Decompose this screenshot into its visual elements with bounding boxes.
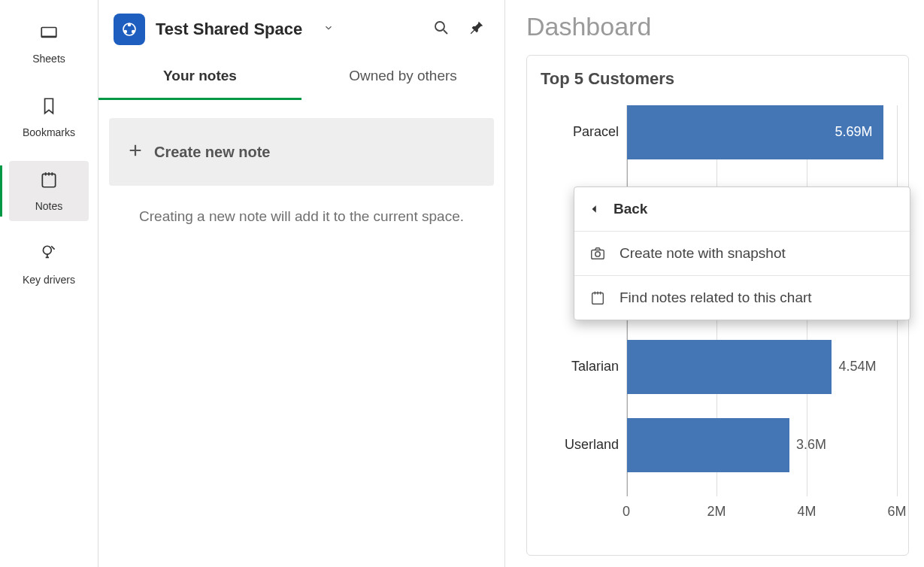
context-back-label: Back <box>613 201 647 217</box>
create-new-note-button[interactable]: Create new note <box>109 118 494 186</box>
context-find-label: Find notes related to this chart <box>620 290 812 306</box>
note-tabs: Your notes Owned by others <box>98 56 504 100</box>
notes-panel: Test Shared Space Your notes Owned by ot… <box>98 0 505 567</box>
tab-owned-by-others[interactable]: Owned by others <box>301 56 504 100</box>
nav-item-bookmarks[interactable]: Bookmarks <box>9 87 89 147</box>
bar-category-label: Paracel <box>544 124 619 140</box>
bookmark-icon <box>39 96 59 119</box>
nav-item-key-drivers[interactable]: Key drivers <box>9 235 89 295</box>
nav-rail: Sheets Bookmarks Notes Key drivers <box>0 0 98 567</box>
nav-item-sheets[interactable]: Sheets <box>9 14 89 74</box>
bar[interactable] <box>627 418 789 472</box>
space-badge-icon <box>114 14 145 45</box>
notes-icon <box>39 170 59 193</box>
space-header: Test Shared Space <box>98 0 504 56</box>
tab-your-notes[interactable]: Your notes <box>98 56 301 100</box>
sheets-icon <box>39 23 59 45</box>
nav-item-notes[interactable]: Notes <box>9 161 89 221</box>
nav-item-label: Key drivers <box>23 274 75 286</box>
svg-point-2 <box>43 246 51 254</box>
chart-context-menu: Back Create note with snapshot Find note… <box>574 186 910 320</box>
helper-text: Creating a new note will add it to the c… <box>98 208 504 225</box>
plus-icon <box>127 142 144 162</box>
nav-item-label: Sheets <box>32 53 65 65</box>
svg-rect-10 <box>592 293 604 305</box>
dashboard-title: Dashboard <box>526 12 909 41</box>
svg-point-9 <box>595 252 600 256</box>
context-find-related-notes[interactable]: Find notes related to this chart <box>574 275 910 320</box>
chart-card: Top 5 Customers 02M4M6MParacel5.69MDeakT… <box>526 55 909 556</box>
x-tick: 6M <box>887 504 906 520</box>
dashboard-area: Dashboard Top 5 Customers 02M4M6MParacel… <box>505 0 924 567</box>
lightbulb-icon <box>39 244 59 266</box>
svg-point-5 <box>124 31 126 33</box>
nav-item-label: Notes <box>35 200 63 212</box>
svg-point-7 <box>435 22 444 31</box>
context-back[interactable]: Back <box>574 187 910 231</box>
bar[interactable] <box>627 340 832 394</box>
bar-value-label: 4.54M <box>838 359 876 374</box>
context-snapshot-label: Create note with snapshot <box>620 245 786 262</box>
x-tick: 0 <box>623 504 630 520</box>
svg-rect-0 <box>41 28 56 38</box>
space-title: Test Shared Space <box>156 20 302 39</box>
context-create-snapshot-note[interactable]: Create note with snapshot <box>574 231 910 275</box>
bar-category-label: Userland <box>544 437 619 453</box>
x-tick: 2M <box>707 504 726 520</box>
svg-rect-1 <box>42 174 55 186</box>
pin-icon[interactable] <box>468 19 485 40</box>
space-dropdown[interactable] <box>323 23 334 36</box>
chart-title: Top 5 Customers <box>541 69 895 89</box>
search-icon[interactable] <box>432 19 450 40</box>
x-tick: 4M <box>797 504 816 520</box>
bar-category-label: Talarian <box>544 359 619 374</box>
nav-item-label: Bookmarks <box>23 126 75 138</box>
svg-point-6 <box>132 31 135 33</box>
create-note-label: Create new note <box>154 144 270 161</box>
bar-value-label: 5.69M <box>835 124 872 140</box>
bar-value-label: 3.6M <box>796 437 826 453</box>
svg-point-4 <box>129 24 131 26</box>
